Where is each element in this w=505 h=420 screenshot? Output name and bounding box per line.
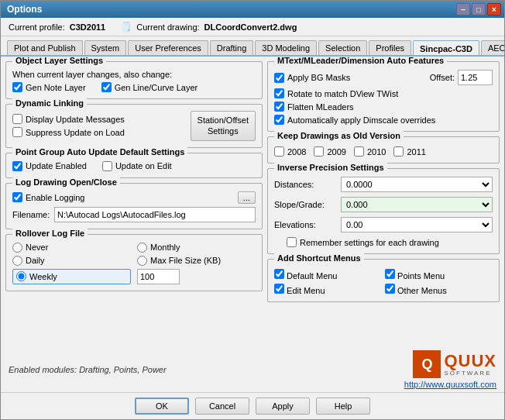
suppress-update-label[interactable]: Suppress Update on Load	[12, 127, 125, 137]
daily-radio-item: Daily	[12, 256, 131, 266]
maximize-button[interactable]: □	[472, 3, 486, 15]
remember-settings-label[interactable]: Remember settings for each drawing	[287, 237, 439, 247]
max-file-radio-item: Max File Size (KB)	[137, 256, 256, 266]
object-layer-title: Object Layer Settings	[12, 57, 106, 65]
remember-settings-checkbox[interactable]	[287, 237, 297, 247]
object-layer-group: Object Layer Settings When current layer…	[5, 61, 263, 99]
default-menu-checkbox[interactable]	[274, 269, 284, 279]
gen-line-layer-checkbox[interactable]	[101, 82, 112, 92]
update-on-edit-label[interactable]: Update on Edit	[102, 161, 172, 171]
quux-text: QUUX	[444, 353, 496, 370]
max-file-radio[interactable]	[137, 256, 147, 266]
year-2008-checkbox[interactable]	[274, 146, 284, 157]
flatten-checkbox[interactable]	[274, 102, 284, 112]
weekly-size-input[interactable]	[137, 269, 180, 284]
tab-drafting[interactable]: Drafting	[210, 40, 254, 55]
display-update-label[interactable]: Display Update Messages	[12, 114, 125, 124]
daily-radio[interactable]	[12, 256, 22, 266]
keep-drawings-title: Keep Drawings as Old Version	[274, 131, 404, 140]
other-menus-label[interactable]: Other Menus	[385, 284, 493, 295]
enabled-label: Enabled modules:	[9, 365, 77, 374]
apply-bg-label[interactable]: Apply BG Masks	[274, 73, 350, 83]
minimize-button[interactable]: –	[456, 3, 470, 15]
tab-aec-editor[interactable]: AEC Editor	[481, 40, 504, 55]
offset-input[interactable]	[458, 70, 493, 85]
gen-line-layer-label[interactable]: Gen Line/Curve Layer	[101, 82, 198, 92]
points-menu-checkbox[interactable]	[385, 269, 395, 279]
flatten-label[interactable]: Flatten MLeaders	[274, 102, 354, 112]
monthly-radio[interactable]	[137, 243, 147, 253]
station-offset-button[interactable]: Station/Offset Settings	[191, 111, 256, 141]
apply-button[interactable]: Apply	[256, 398, 310, 415]
weekly-radio-item: Weekly	[12, 269, 131, 284]
help-button[interactable]: Help	[316, 398, 370, 415]
default-menu-label[interactable]: Default Menu	[274, 269, 382, 281]
filename-input[interactable]	[54, 207, 256, 222]
apply-bg-checkbox[interactable]	[274, 73, 284, 83]
update-enabled-checkbox[interactable]	[12, 161, 22, 171]
enable-logging-checkbox[interactable]	[12, 192, 22, 202]
tab-user-preferences[interactable]: User Preferences	[128, 40, 208, 55]
tab-system[interactable]: System	[84, 40, 127, 55]
weekly-radio[interactable]	[16, 271, 26, 281]
keep-drawings-group: Keep Drawings as Old Version 2008 2009 2…	[267, 136, 500, 164]
auto-dimscale-label[interactable]: Automatically apply Dimscale overrides	[274, 115, 435, 125]
cancel-button[interactable]: Cancel	[195, 398, 249, 415]
gen-note-layer-label[interactable]: Gen Note Layer	[12, 82, 86, 92]
enable-logging-label[interactable]: Enable Logging	[12, 192, 84, 202]
auto-dimscale-checkbox[interactable]	[274, 115, 284, 125]
slope-label: Slope/Grade:	[274, 200, 336, 209]
title-bar: Options – □ ×	[1, 1, 504, 18]
quux-icon: Q	[413, 350, 441, 378]
inverse-precision-title: Inverse Precision Settings	[274, 163, 387, 172]
left-panel: Object Layer Settings When current layer…	[5, 61, 263, 343]
log-drawing-group: Log Drawing Open/Close Enable Logging ..…	[5, 183, 263, 229]
current-drawing-label: Current drawing:	[136, 22, 199, 32]
edit-menu-label[interactable]: Edit Menu	[274, 284, 382, 295]
update-on-edit-checkbox[interactable]	[102, 161, 112, 171]
year-2010-item: 2010	[354, 146, 386, 157]
edit-menu-checkbox[interactable]	[274, 284, 284, 294]
window-title: Options	[7, 4, 42, 15]
software-text: SOFTWARE	[444, 370, 496, 377]
elevations-dropdown[interactable]: 0.00	[341, 217, 493, 232]
log-drawing-title: Log Drawing Open/Close	[12, 177, 120, 187]
other-menus-checkbox[interactable]	[385, 284, 395, 294]
year-2011-item: 2011	[393, 146, 425, 157]
elevations-label: Elevations:	[274, 220, 336, 229]
tabs-bar: Plot and Publish System User Preferences…	[1, 36, 504, 57]
bottom-area: Enabled modules: Drafting, Points, Power…	[1, 347, 504, 392]
suppress-update-checkbox[interactable]	[12, 127, 22, 137]
rotate-match-checkbox[interactable]	[274, 88, 284, 98]
monthly-radio-item: Monthly	[137, 243, 256, 253]
enabled-modules-area: Enabled modules: Drafting, Points, Power	[9, 365, 167, 374]
display-update-checkbox[interactable]	[12, 114, 22, 124]
shortcut-menus-title: Add Shortcut Menus	[274, 253, 364, 263]
year-2009-checkbox[interactable]	[314, 146, 324, 157]
year-2010-checkbox[interactable]	[354, 146, 364, 157]
distances-dropdown[interactable]: 0.0000	[341, 177, 493, 192]
rotate-match-label[interactable]: Rotate to match DView TWist	[274, 88, 398, 98]
current-profile-label: Current profile:	[9, 22, 65, 32]
points-menu-label[interactable]: Points Menu	[385, 269, 493, 281]
close-button[interactable]: ×	[487, 3, 501, 15]
update-enabled-label[interactable]: Update Enabled	[12, 161, 87, 171]
filename-label: Filename:	[12, 210, 51, 219]
tab-plot-and-publish[interactable]: Plot and Publish	[7, 40, 83, 55]
slope-dropdown[interactable]: 0.000	[341, 197, 493, 212]
profile-icon: 🗒️	[121, 22, 132, 32]
mtext-title: MText/MLeader/Dimension Auto Features	[274, 57, 447, 65]
point-group-box: Point Group Auto Update Default Settings…	[5, 153, 263, 178]
gen-note-layer-checkbox[interactable]	[12, 82, 22, 92]
year-2011-checkbox[interactable]	[393, 146, 404, 157]
distances-label: Distances:	[274, 180, 336, 189]
quuxsoft-link[interactable]: http://www.quuxsoft.com	[404, 380, 496, 389]
never-radio[interactable]	[12, 243, 22, 253]
tab-selection[interactable]: Selection	[318, 40, 367, 55]
tab-profiles[interactable]: Profiles	[369, 40, 411, 55]
tab-3d-modeling[interactable]: 3D Modeling	[255, 40, 317, 55]
tab-sincpac-c3d[interactable]: Sincpac-C3D	[413, 40, 479, 56]
year-2008-item: 2008	[274, 146, 306, 157]
browse-button[interactable]: ...	[238, 191, 256, 204]
ok-button[interactable]: OK	[135, 398, 189, 415]
